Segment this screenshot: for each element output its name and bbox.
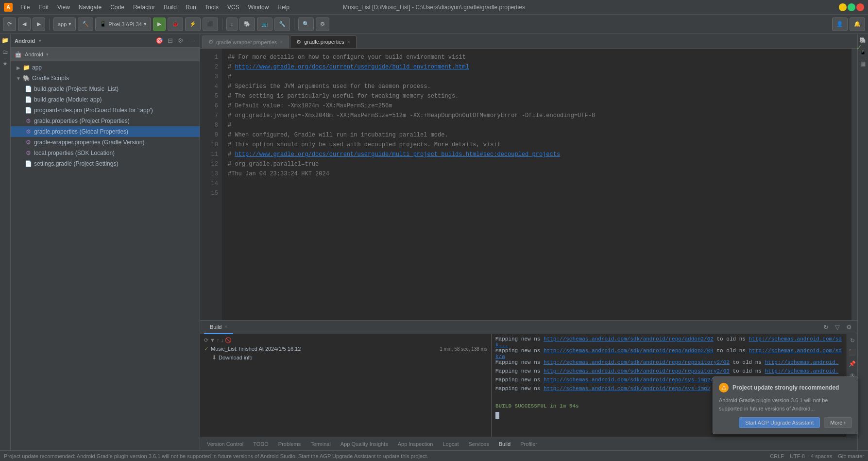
menu-code[interactable]: Code	[106, 2, 128, 12]
tree-item-gradle-props-project[interactable]: ⚙ gradle.properties (Project Properties)	[11, 116, 200, 126]
build-tab[interactable]: Build ×	[204, 321, 233, 334]
tab-gradle-properties[interactable]: ⚙ gradle.properties ×	[290, 35, 356, 48]
output-link-1[interactable]: http://schemas.android.com/sdk/android/r…	[544, 336, 714, 342]
gradle-button[interactable]: 🐘	[239, 17, 255, 31]
run-button[interactable]: ▶	[153, 17, 166, 31]
menu-tools[interactable]: Tools	[201, 2, 222, 12]
tree-item-local-props[interactable]: ⚙ local.properties (SDK Location)	[11, 148, 200, 158]
build-pin-icon[interactable]: 📌	[848, 359, 857, 368]
filter-button[interactable]: ▽	[833, 323, 842, 332]
build-item-music-list[interactable]: ✓ Music_List: finished At 2024/1/5 16:12…	[202, 344, 489, 353]
close-button[interactable]	[856, 3, 864, 11]
tree-item-proguard[interactable]: 📄 proguard-rules.pro (ProGuard Rules for…	[11, 105, 200, 116]
debug-button[interactable]: 🐞	[168, 17, 183, 31]
android-label: Android	[25, 51, 43, 57]
collapse-all-button[interactable]: ⊟	[166, 36, 174, 45]
build-item-download[interactable]: ⬇ Download info	[202, 353, 489, 362]
status-encoding[interactable]: UTF-8	[790, 453, 805, 459]
tab-close-2[interactable]: ×	[347, 39, 350, 45]
tree-item-gradle-wrapper-props[interactable]: ⚙ gradle-wrapper.properties (Gradle Vers…	[11, 137, 200, 148]
project-panel-dropdown[interactable]: ▾	[39, 38, 41, 43]
restart-build-button[interactable]: ↻	[821, 323, 830, 332]
bbt-services[interactable]: Services	[464, 437, 494, 451]
avd-button[interactable]: 📺	[257, 17, 272, 31]
bbt-build[interactable]: Build	[494, 437, 515, 451]
menu-run[interactable]: Run	[182, 2, 200, 12]
code-line-2: # http://www.gradle.org/docs/current/use…	[228, 62, 846, 72]
build-tab-close[interactable]: ×	[224, 324, 227, 329]
link-1[interactable]: http://www.gradle.org/docs/current/userg…	[235, 64, 469, 70]
right-icon-build-variants[interactable]: ▦	[859, 59, 868, 68]
bbt-logcat[interactable]: Logcat	[438, 437, 463, 451]
panel-close-button[interactable]: —	[187, 36, 196, 45]
notification-body: Android Gradle plugin version 3.6.1 will…	[719, 396, 852, 412]
agp-upgrade-button[interactable]: Start AGP Upgrade Assistant	[739, 417, 820, 428]
menu-navigate[interactable]: Navigate	[75, 2, 105, 12]
stop-button[interactable]: ⬛	[203, 17, 218, 31]
output-link-3[interactable]: http://schemas.android.com/sdk/android/r…	[544, 359, 730, 365]
tree-item-settings-gradle[interactable]: 📄 settings.gradle (Project Settings)	[11, 158, 200, 169]
output-link-4b[interactable]: http://schemas.android.	[765, 368, 839, 374]
back-button[interactable]: ◀	[18, 17, 31, 31]
menu-window[interactable]: Window	[244, 2, 273, 12]
editor-scrollbar[interactable]	[851, 49, 857, 320]
bbt-profiler[interactable]: Profiler	[515, 437, 542, 451]
favorites-icon[interactable]: ★	[1, 59, 10, 68]
bbt-todo[interactable]: TODO	[248, 437, 273, 451]
tab-close-1[interactable]: ×	[280, 39, 283, 45]
sdk-button[interactable]: 🔧	[274, 17, 290, 31]
status-crlf[interactable]: CRLF	[770, 453, 784, 459]
tree-item-app[interactable]: ▶ 📁 app	[11, 62, 200, 73]
build-sync-icon[interactable]: ↻	[848, 336, 857, 345]
locate-file-button[interactable]: 🎯	[155, 36, 164, 45]
output-link-3b[interactable]: http://schemas.android.	[765, 359, 839, 365]
sync-button[interactable]: ⟳	[3, 17, 16, 31]
panel-settings-button[interactable]: ⚙	[176, 36, 185, 45]
notifications-button[interactable]: 🔔	[850, 17, 865, 31]
bbt-version-control[interactable]: Version Control	[202, 437, 248, 451]
menu-build[interactable]: Build	[160, 2, 181, 12]
project-icon[interactable]: 📁	[1, 36, 10, 45]
tree-item-build-gradle-project[interactable]: 📄 build.gradle (Project: Music_List)	[11, 84, 200, 94]
code-content[interactable]: ## For more details on how to configure …	[222, 49, 851, 320]
maximize-button[interactable]	[848, 3, 855, 11]
link-2[interactable]: http://www.gradle.org/docs/current/userg…	[235, 151, 560, 158]
bbt-app-inspection[interactable]: App Inspection	[393, 437, 438, 451]
output-link-4[interactable]: http://schemas.android.com/sdk/android/r…	[544, 368, 730, 374]
user-button[interactable]: 👤	[832, 17, 848, 31]
profile-button[interactable]: ⚡	[185, 17, 201, 31]
menu-edit[interactable]: Edit	[34, 2, 52, 12]
bbt-problems[interactable]: Problems	[273, 437, 306, 451]
more-button[interactable]: More ›	[824, 417, 852, 428]
line-numbers: 1 2 3 4 5 6 7 8 9 10 11 12 13 14 15	[200, 49, 222, 320]
menu-refactor[interactable]: Refactor	[129, 2, 159, 12]
menu-view[interactable]: View	[53, 2, 74, 12]
status-git[interactable]: Git: master	[838, 453, 864, 459]
tree-item-gradle-scripts[interactable]: ▼ 🐘 Gradle Scripts	[11, 73, 200, 84]
app-selector[interactable]: app ▾	[53, 17, 76, 31]
minimize-button[interactable]	[839, 3, 847, 11]
tab-gradle-wrapper-properties[interactable]: ⚙ gradle-wrapper.properties ×	[202, 35, 289, 48]
menu-file[interactable]: File	[17, 2, 34, 12]
structure-icon[interactable]: 🗂	[1, 48, 10, 56]
build-tab-label: Build	[210, 324, 221, 330]
output-link-2[interactable]: http://schemas.android.com/sdk/android/r…	[544, 348, 714, 354]
build-button[interactable]: 🔨	[78, 17, 93, 31]
tree-item-build-gradle-module[interactable]: 📄 build.gradle (Module: app)	[11, 94, 200, 105]
android-view-selector[interactable]: 🤖 Android ▾	[11, 48, 200, 61]
output-link-5[interactable]: http://schemas.android.com/sdk/android/r…	[544, 377, 720, 383]
settings-build-button[interactable]: ⚙	[845, 323, 853, 332]
status-indent[interactable]: 4 spaces	[811, 453, 832, 459]
menu-help[interactable]: Help	[273, 2, 293, 12]
bbt-app-quality[interactable]: App Quality Insights	[336, 437, 393, 451]
device-selector[interactable]: 📱 Pixel 3 API 34 ▾	[95, 17, 151, 31]
search-everywhere-button[interactable]: 🔍	[298, 17, 314, 31]
menu-vcs[interactable]: VCS	[223, 2, 243, 12]
forward-button[interactable]: ▶	[33, 17, 45, 31]
bbt-terminal[interactable]: Terminal	[306, 437, 336, 451]
build-stop-icon[interactable]: ⬛	[848, 348, 857, 357]
tree-item-gradle-props-global[interactable]: ⚙ gradle.properties (Global Properties)	[11, 126, 200, 137]
settings-button[interactable]: ⚙	[316, 17, 329, 31]
output-link-6[interactable]: http://schemas.android.com/sdk/android/r…	[544, 386, 710, 392]
sync2-button[interactable]: ↕	[226, 17, 238, 31]
